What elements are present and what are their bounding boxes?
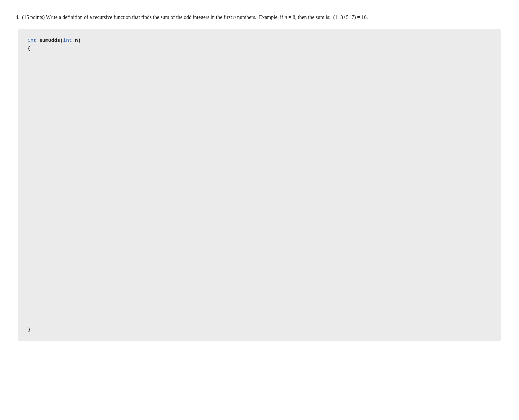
close-brace: }	[28, 327, 30, 333]
variable-n2: n	[284, 14, 287, 20]
open-brace: {	[28, 44, 30, 52]
description-text: Write a definition of a recursive functi…	[46, 14, 368, 20]
code-line-signature: int sumOdds( int n)	[28, 37, 491, 44]
question-number: 4.	[16, 13, 19, 22]
question-text: (15 points) Write a definition of a recu…	[22, 13, 368, 22]
keyword-int-param: int	[63, 37, 72, 44]
keyword-int-return: int	[28, 37, 36, 44]
code-box: int sumOdds( int n) { }	[18, 29, 501, 341]
points-label: (15 points)	[22, 14, 45, 20]
question-block: 4. (15 points) Write a definition of a r…	[16, 13, 503, 341]
variable-n: n	[233, 14, 236, 20]
question-header: 4. (15 points) Write a definition of a r…	[16, 13, 503, 22]
code-top: int sumOdds( int n) {	[28, 37, 491, 52]
code-close-brace: }	[28, 326, 491, 334]
function-name: sumOdds(	[36, 37, 63, 44]
param-text: n)	[72, 37, 81, 44]
code-line-open-brace: {	[28, 44, 491, 52]
